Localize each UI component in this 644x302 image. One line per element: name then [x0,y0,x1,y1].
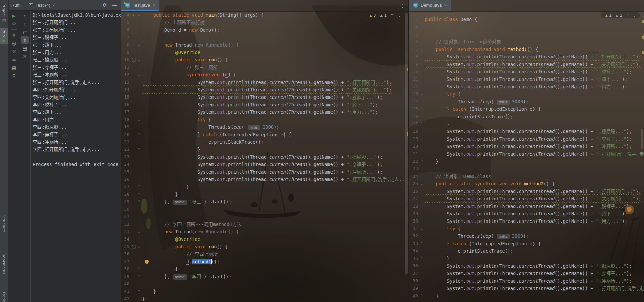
editor-splitter[interactable] [408,0,409,302]
warning-count[interactable]: ▲2 [615,13,622,18]
up-stacktrace-icon[interactable]: ↑ [21,12,29,19]
gutter[interactable]: 13 [121,78,142,86]
prev-issue-icon[interactable]: ⌃ [390,13,394,18]
stripe-item-rebel[interactable]: Rebel [0,291,8,302]
gutter[interactable]: 4 [409,23,425,31]
fold-marker-icon[interactable]: ⌄ [419,46,424,53]
error-stripe-mark[interactable] [642,36,644,39]
gutter[interactable]: 16 [121,101,142,108]
warning-count[interactable]: ▲3 [369,13,376,18]
close-icon[interactable]: × [152,3,155,7]
fold-marker-icon[interactable]: ⌃ [419,158,424,165]
fold-marker-icon[interactable]: ⌃ [137,198,141,206]
fold-marker-icon[interactable]: ⌄ [137,71,141,78]
gutter[interactable]: 19 [409,135,425,143]
override-gutter-icon[interactable]: ↑ [132,245,136,249]
inspections-widget-test[interactable]: ▲3▲1⌃⌄ [366,12,404,18]
build-icon[interactable]: ⚒ [10,48,18,55]
down-stacktrace-icon[interactable]: ↓ [21,20,29,28]
gutter[interactable]: 12 [409,83,425,90]
rerun-button[interactable]: ▶ [10,12,18,19]
gutter[interactable]: 38 [409,277,425,285]
gutter[interactable]: 8⌄ [121,41,142,49]
gutter[interactable]: 16 [409,113,425,120]
gutter[interactable]: 34 [409,247,425,255]
clear-console-icon[interactable]: ✖ [21,53,29,60]
gutter[interactable]: 28⌃ [121,191,142,198]
stripe-item-structure[interactable]: Structure [0,213,8,233]
stop-button[interactable]: ■ [10,31,18,39]
gutter[interactable]: 30 [121,206,142,213]
error-stripe-mark[interactable] [407,68,408,71]
gutter[interactable]: 32 [409,232,425,240]
gutter[interactable]: 14 [121,86,142,93]
fold-marker-icon[interactable]: ⌄ [419,90,424,98]
gutter[interactable]: 18⌄ [121,116,142,123]
fold-marker-icon[interactable]: ⌃ [419,292,424,300]
gutter[interactable]: 37 [121,258,142,265]
gutter[interactable]: 23 [409,165,425,173]
gutter[interactable]: 36 [121,250,142,258]
scrollbar-thumb[interactable] [641,129,643,149]
gutter[interactable]: 41⌃ [121,288,142,295]
close-icon[interactable]: × [444,3,447,7]
run-tab-test[interactable]: Test (4) × [26,0,57,10]
stripe-item-project[interactable]: Project▤ [0,2,8,24]
fold-marker-icon[interactable]: ⌄ [137,228,141,235]
gutter[interactable]: 27⌃ [121,183,142,191]
gutter[interactable]: 23 [121,153,142,161]
gutter[interactable]: 39⌃ [121,273,142,280]
fold-marker-icon[interactable]: ⌄ [137,243,141,250]
soft-wrap-icon[interactable]: ⇄ [21,28,29,36]
gutter[interactable]: 14 [409,98,425,105]
print-icon[interactable]: ▤ [21,45,29,52]
gutter[interactable]: 40 [121,280,142,288]
gutter[interactable]: 25 [121,168,142,176]
layout-grid-icon[interactable]: ▦ [10,64,18,71]
gutter[interactable]: 29⌃ [121,198,142,206]
gutter[interactable]: 31 [121,213,142,220]
gutter[interactable]: 22⌃ [121,146,142,153]
gutter[interactable]: 30 [409,217,425,225]
gutter[interactable]: 21 [409,150,425,158]
fold-marker-icon[interactable]: ⌄ [137,116,141,123]
gutter[interactable]: 32 [121,220,142,228]
gutter[interactable]: 6 [409,38,425,46]
gutter[interactable]: 37 [409,270,425,277]
fold-marker-icon[interactable]: ⌄ [137,56,141,64]
next-issue-icon[interactable]: ⌄ [633,13,637,18]
gutter[interactable]: 15⌃ [409,105,425,113]
gutter[interactable]: 22⌃ [409,158,425,165]
gutter[interactable]: 42 [121,295,142,302]
fold-marker-icon[interactable]: ⌃ [137,273,141,280]
gutter[interactable]: 36 [409,262,425,270]
fold-marker-icon[interactable]: ⌄ [137,41,141,49]
fold-marker-icon[interactable]: ⌃ [419,240,424,247]
fold-marker-icon[interactable]: ⌄ [137,11,141,19]
gutter[interactable]: 26 [409,188,425,195]
kebab-menu-icon[interactable]: ⋮ [400,3,408,8]
prev-issue-icon[interactable]: ⌃ [626,13,629,18]
fold-marker-icon[interactable]: ⌃ [137,265,141,273]
fold-marker-icon[interactable]: ⌃ [137,183,141,191]
fold-marker-icon[interactable]: ⌃ [137,191,141,198]
settings-wrench-icon[interactable]: ⚙ [10,20,18,28]
gutter[interactable]: 17⌃ [409,120,425,128]
gutter[interactable]: 24 [121,161,142,168]
code-area-test[interactable]: 4▶⌄ public static void main(String[] arg… [121,11,408,302]
gear-icon[interactable]: ⚙ [102,2,107,8]
gutter[interactable]: 11 [121,64,142,71]
gutter[interactable]: 5 [121,19,142,26]
tab-demo-java[interactable]: C Demo.java × [409,0,451,11]
warning-count[interactable]: ▲1 [605,13,612,18]
gutter[interactable]: 27 [409,195,425,202]
fold-marker-icon[interactable]: ⌄ [419,225,424,232]
gutter[interactable]: 39 [409,285,425,292]
error-stripe-mark[interactable] [407,132,408,136]
gutter[interactable]: 21 [121,138,142,146]
fold-marker-icon[interactable]: ⌃ [419,255,424,262]
gutter[interactable]: 11 [409,75,425,83]
gutter[interactable]: 33⌃ [409,240,425,247]
gutter[interactable]: 3 [409,16,425,23]
fold-marker-icon[interactable]: ⌃ [419,120,424,128]
